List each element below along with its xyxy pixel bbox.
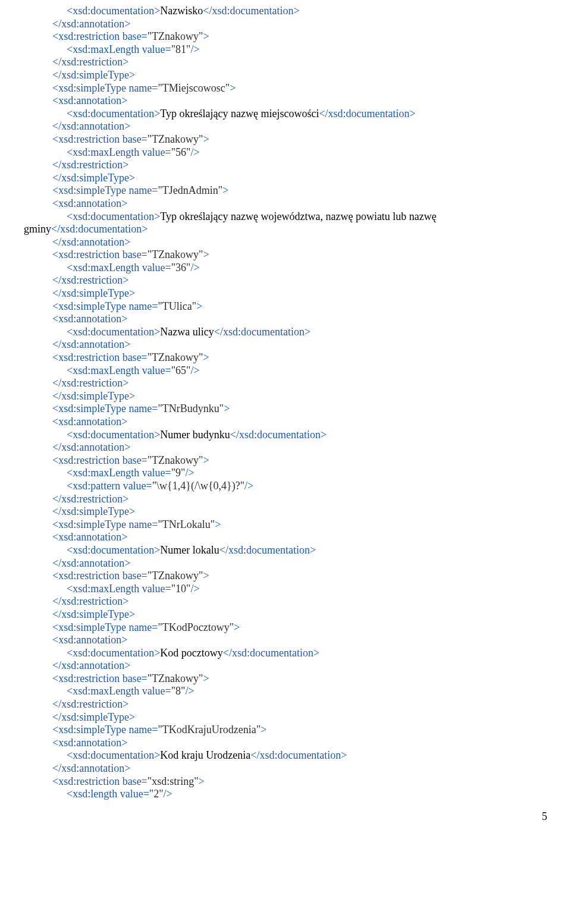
xml-tag: <xsd:maxLength value= — [67, 685, 171, 697]
code-line: </xsd:restriction> — [52, 493, 547, 506]
code-line: </xsd:restriction> — [52, 698, 547, 711]
xml-tag: <xsd:simpleType name= — [52, 403, 158, 414]
xml-attribute: "2" — [149, 788, 164, 800]
code-line: </xsd:restriction> — [52, 56, 547, 69]
xml-attribute: "10" — [171, 583, 191, 595]
xml-tag: > — [203, 351, 209, 363]
xml-tag: </xsd:restriction> — [52, 274, 128, 286]
xml-tag: <xsd:documentation> — [67, 108, 160, 120]
xml-tag: </xsd:restriction> — [52, 377, 128, 389]
xml-tag: </xsd:annotation> — [52, 236, 130, 248]
code-line: </xsd:simpleType> — [52, 608, 547, 621]
code-line: </xsd:restriction> — [52, 595, 547, 608]
code-line: <xsd:annotation> — [52, 197, 547, 210]
code-line: <xsd:maxLength value="65"/> — [67, 364, 547, 378]
code-line: <xsd:annotation> — [52, 313, 547, 326]
code-line: <xsd:simpleType name="TNrBudynku"> — [52, 403, 547, 416]
code-line: <xsd:maxLength value="81"/> — [67, 43, 547, 56]
xml-tag: <xsd:annotation> — [52, 737, 127, 749]
xml-text: Nazwa ulicy — [160, 326, 214, 338]
code-line: </xsd:annotation> — [52, 338, 547, 351]
xml-tag: <xsd:documentation> — [67, 544, 160, 556]
code-line: <xsd:pattern value="\w{1,4}(/\w{0,4})?"/… — [67, 480, 547, 493]
xml-tag: > — [224, 403, 230, 414]
xml-tag: <xsd:restriction base= — [52, 351, 148, 363]
code-line: gminy</xsd:documentation> — [24, 223, 547, 236]
xml-tag: <xsd:maxLength value= — [67, 262, 171, 274]
code-line: <xsd:documentation>Numer budynku</xsd:do… — [67, 429, 547, 442]
xml-tag: <xsd:restriction base= — [52, 133, 148, 145]
xml-attribute: "81" — [171, 43, 191, 55]
code-line: <xsd:simpleType name="TJednAdmin"> — [52, 184, 547, 197]
xml-attribute: "TZnakowy" — [148, 454, 203, 466]
xml-tag: <xsd:maxLength value= — [67, 43, 171, 55]
xml-tag: <xsd:documentation> — [67, 210, 160, 222]
xml-attribute: "TNrBudynku" — [158, 403, 224, 414]
xml-tag: <xsd:restriction base= — [52, 454, 148, 466]
xml-tag: <xsd:simpleType name= — [52, 82, 158, 94]
code-line: </xsd:annotation> — [52, 18, 547, 31]
code-line: <xsd:restriction base="TZnakowy"> — [52, 30, 547, 43]
code-line: <xsd:annotation> — [52, 95, 547, 108]
xml-tag: <xsd:documentation> — [67, 429, 160, 441]
code-line: <xsd:restriction base="TZnakowy"> — [52, 672, 547, 686]
code-line: <xsd:documentation>Typ określający nazwę… — [67, 108, 547, 121]
code-line: <xsd:restriction base="xsd:string"> — [52, 775, 547, 788]
xml-tag: > — [198, 775, 204, 787]
xml-tag: > — [203, 30, 209, 42]
xml-tag: /> — [190, 43, 199, 55]
xml-text: Nazwisko — [160, 5, 203, 17]
code-line: <xsd:maxLength value="8"/> — [67, 685, 547, 698]
xml-tag: <xsd:simpleType name= — [52, 518, 158, 530]
code-line: <xsd:simpleType name="TUlica"> — [52, 300, 547, 313]
code-line: <xsd:simpleType name="TNrLokalu"> — [52, 518, 547, 532]
xml-tag: <xsd:length value= — [67, 788, 149, 800]
xml-tag: /> — [190, 583, 199, 595]
xml-tag: <xsd:pattern value= — [67, 480, 152, 492]
xml-tag: <xsd:simpleType name= — [52, 621, 158, 633]
code-line: <xsd:documentation>Nazwisko</xsd:documen… — [67, 5, 547, 18]
code-line: <xsd:restriction base="TZnakowy"> — [52, 570, 547, 583]
xml-tag: </xsd:documentation> — [51, 223, 148, 235]
xml-attribute: "TZnakowy" — [148, 351, 203, 363]
xml-tag: </xsd:documentation> — [223, 647, 319, 659]
xml-tag: <xsd:maxLength value= — [67, 364, 171, 376]
code-line: <xsd:restriction base="TZnakowy"> — [52, 454, 547, 467]
xml-tag: <xsd:documentation> — [67, 5, 160, 17]
xml-tag: </xsd:restriction> — [52, 159, 128, 171]
xml-tag: > — [203, 249, 209, 260]
xml-attribute: "8" — [171, 685, 186, 697]
xml-tag: /> — [185, 467, 194, 479]
code-line: <xsd:annotation> — [52, 531, 547, 544]
xml-tag: <xsd:simpleType name= — [52, 300, 158, 312]
xml-tag: <xsd:restriction base= — [52, 249, 148, 260]
xml-text: Kod kraju Urodzenia — [160, 749, 250, 761]
xml-tag: <xsd:maxLength value= — [67, 146, 171, 158]
xsd-document: <xsd:documentation>Nazwisko</xsd:documen… — [24, 5, 547, 801]
code-line: <xsd:maxLength value="36"/> — [67, 262, 547, 275]
xml-tag: </xsd:simpleType> — [52, 711, 135, 723]
xml-tag: </xsd:annotation> — [52, 762, 130, 774]
xml-tag: > — [261, 724, 266, 736]
xml-tag: </xsd:documentation> — [230, 429, 327, 441]
xml-tag: > — [203, 570, 209, 582]
xml-tag: <xsd:documentation> — [67, 647, 160, 659]
code-line: </xsd:annotation> — [52, 441, 547, 454]
code-line: </xsd:restriction> — [52, 377, 547, 390]
xml-tag: <xsd:annotation> — [52, 197, 127, 209]
xml-tag: <xsd:annotation> — [52, 634, 127, 646]
xml-tag: </xsd:restriction> — [52, 493, 128, 505]
xml-tag: /> — [190, 146, 199, 158]
xml-tag: </xsd:annotation> — [52, 338, 130, 350]
xml-tag: <xsd:maxLength value= — [67, 467, 171, 479]
xml-tag: </xsd:documentation> — [203, 5, 299, 17]
xml-tag: <xsd:documentation> — [67, 326, 160, 338]
xml-text: Typ określający nazwę województwa, nazwę… — [160, 210, 437, 222]
xml-tag: <xsd:restriction base= — [52, 775, 148, 787]
code-line: <xsd:documentation>Kod pocztowy</xsd:doc… — [67, 647, 547, 660]
xml-tag: /> — [244, 480, 253, 492]
xml-attribute: "TZnakowy" — [148, 672, 203, 684]
xml-tag: /> — [190, 262, 199, 274]
xml-tag: </xsd:documentation> — [250, 749, 347, 761]
xml-tag: > — [234, 621, 240, 633]
